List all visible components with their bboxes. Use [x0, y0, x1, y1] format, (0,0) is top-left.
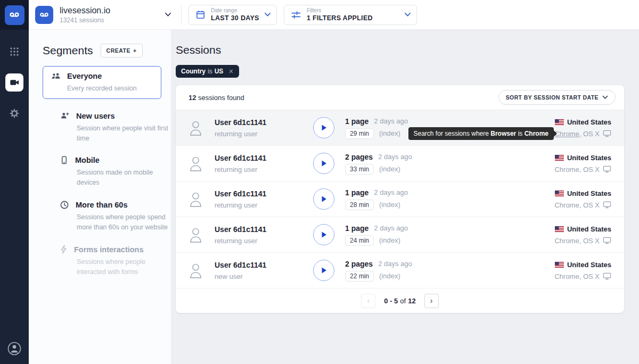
sort-button[interactable]: SORT BY SESSION START DATE — [498, 90, 616, 105]
plus-icon: + — [133, 47, 137, 54]
user-type: returning user — [215, 166, 313, 173]
session-row[interactable]: User 6d1c1141 new user 2 pages2 days ago… — [176, 252, 624, 288]
user-name: User 6d1c1141 — [215, 261, 313, 269]
user-silhouette-icon — [189, 120, 203, 136]
play-button[interactable] — [313, 153, 334, 174]
user-silhouette-icon — [189, 262, 203, 279]
filters-dropdown[interactable]: Filters 1 FILTERS APPLIED — [284, 5, 417, 25]
user-name: User 6d1c1141 — [215, 118, 313, 127]
duration-badge: 33 min — [345, 164, 374, 175]
user-silhouette-icon — [189, 155, 203, 172]
user-type: returning user — [215, 130, 313, 138]
browser-label[interactable]: Chrome, — [554, 201, 581, 209]
play-button[interactable] — [313, 188, 334, 210]
chevron-down-icon — [264, 12, 271, 17]
create-segment-button[interactable]: CREATE+ — [101, 44, 143, 57]
site-name: livesession.io — [60, 6, 110, 15]
pagination-range: 0 - 5 of 12 — [384, 297, 415, 305]
pagination-next-button[interactable]: › — [424, 294, 439, 308]
duration-badge: 29 min — [345, 128, 374, 139]
chevron-down-icon — [404, 12, 411, 17]
sessions-main: Sessions Country is US ✕ 12 sessions fou… — [171, 30, 639, 364]
page-count: 2 pages — [345, 260, 373, 268]
country-label: United States — [567, 154, 611, 162]
date-range-dropdown[interactable]: Date range LAST 30 DAYS — [189, 5, 277, 25]
desktop-icon — [603, 130, 611, 137]
browser-label[interactable]: Chrome, — [554, 166, 581, 173]
us-flag-icon — [555, 262, 564, 268]
sessions-found-count: 12 sessions found — [189, 94, 244, 102]
filter-chip-country[interactable]: Country is US ✕ — [176, 65, 239, 78]
people-icon — [51, 72, 61, 80]
bolt-icon — [60, 245, 67, 254]
us-flag-icon — [555, 155, 564, 161]
session-row[interactable]: User 6d1c1141 returning user 2 pages2 da… — [176, 145, 624, 181]
play-icon — [320, 267, 327, 274]
time-ago: 2 days ago — [378, 153, 412, 161]
browser-label[interactable]: Chrome, — [554, 237, 581, 245]
divider — [181, 5, 182, 24]
play-button[interactable] — [313, 224, 334, 245]
close-icon[interactable]: ✕ — [228, 68, 233, 75]
segment-item-mobile[interactable]: Mobile Sessions made on mobile devices — [43, 156, 161, 188]
sessions-camera-icon[interactable] — [5, 73, 23, 92]
page-name: (index) — [379, 272, 400, 280]
play-button[interactable] — [313, 117, 334, 138]
site-logo-icon — [35, 6, 53, 24]
country-label: United States — [567, 189, 611, 197]
session-row[interactable]: User 6d1c1141 returning user 1 page2 day… — [176, 110, 624, 145]
user-type: new user — [215, 272, 313, 280]
page-count: 2 pages — [345, 153, 373, 161]
top-bar: livesession.io 13241 sessions Date range… — [29, 0, 639, 30]
segment-item-more-than-60s[interactable]: More than 60s Sessions where people spen… — [43, 201, 161, 233]
play-icon — [320, 231, 327, 238]
apps-grid-icon[interactable] — [5, 43, 23, 61]
desktop-icon — [603, 237, 611, 244]
livesession-logo-icon[interactable] — [5, 5, 24, 25]
rail-logo-area — [0, 0, 29, 30]
tooltip: Search for sessions where Browser is Chr… — [408, 127, 554, 140]
page-name: (index) — [379, 236, 400, 244]
session-row[interactable]: User 6d1c1141 returning user 1 page2 day… — [176, 217, 624, 252]
duration-badge: 22 min — [345, 271, 374, 282]
play-icon — [320, 195, 327, 203]
page-name: (index) — [379, 201, 400, 209]
segment-item-new-users[interactable]: New users Session where people visit fir… — [43, 112, 161, 144]
play-button[interactable] — [313, 260, 334, 281]
settings-gear-icon[interactable] — [5, 104, 23, 122]
user-name: User 6d1c1141 — [215, 225, 313, 234]
segments-title: Segments — [43, 44, 93, 57]
duration-badge: 24 min — [345, 235, 374, 246]
desktop-icon — [603, 166, 611, 173]
desktop-icon — [603, 272, 611, 280]
filters-label: Filters — [307, 7, 373, 13]
browser-label[interactable]: Chrome, — [554, 272, 581, 280]
sessions-card: 12 sessions found SORT BY SESSION START … — [176, 85, 624, 313]
pagination-prev-button[interactable]: ‹ — [361, 294, 375, 308]
site-session-count: 13241 sessions — [60, 16, 110, 24]
country-label: United States — [567, 225, 611, 233]
page-count: 1 page — [345, 224, 368, 233]
date-range-label: Date range — [211, 7, 259, 13]
us-flag-icon — [555, 119, 564, 125]
segment-item-everyone[interactable]: Everyone Every recorded session — [43, 66, 161, 99]
page-name: (index) — [379, 129, 400, 137]
session-row[interactable]: User 6d1c1141 returning user 1 page2 day… — [176, 181, 624, 217]
clock-icon — [60, 201, 69, 209]
us-flag-icon — [555, 191, 564, 196]
us-flag-icon — [555, 226, 564, 232]
user-name: User 6d1c1141 — [215, 189, 313, 198]
calendar-icon — [195, 10, 206, 20]
segment-item-forms-interactions[interactable]: Forms interactions Sessions where people… — [43, 245, 161, 277]
user-name: User 6d1c1141 — [215, 154, 313, 162]
time-ago: 2 days ago — [378, 260, 412, 268]
play-icon — [320, 160, 327, 167]
site-selector[interactable]: livesession.io 13241 sessions — [35, 6, 175, 24]
page-count: 1 page — [345, 117, 368, 126]
time-ago: 2 days ago — [374, 117, 408, 125]
person-add-icon — [60, 112, 69, 120]
user-avatar-icon[interactable] — [6, 341, 22, 357]
time-ago: 2 days ago — [374, 188, 408, 196]
desktop-icon — [603, 201, 611, 209]
filters-value: 1 FILTERS APPLIED — [307, 14, 373, 22]
